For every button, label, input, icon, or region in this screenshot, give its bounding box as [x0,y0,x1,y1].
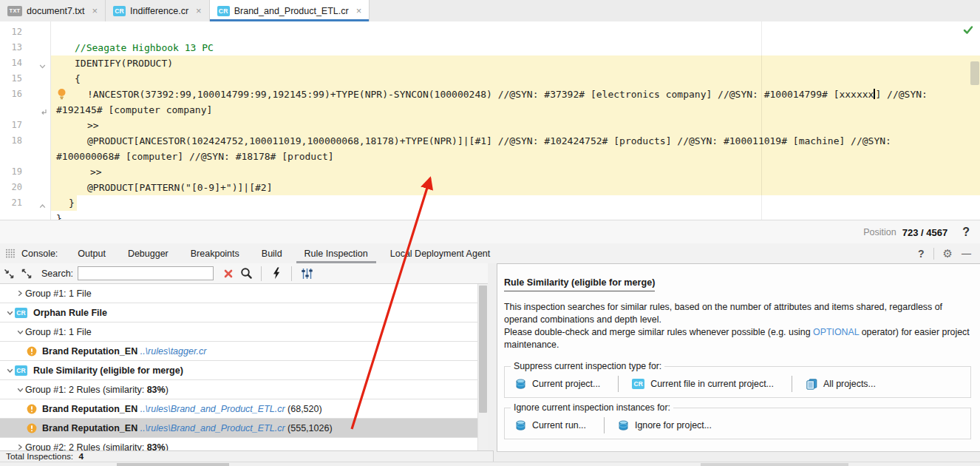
collapse-all-icon[interactable] [18,266,35,282]
console-tab-breakpoints[interactable]: Breakpoints [180,243,251,263]
file-path-link[interactable]: ..\rules\Brand_and_Product_ETL.cr [137,423,285,433]
close-icon[interactable]: × [356,6,362,16]
code-line[interactable]: 16!ANCESTOR(37392:99,100014799:99,192145… [0,87,980,102]
tree-row-label: 83% [147,385,166,395]
code-line[interactable]: #100000068# [computer] //@SYN: #18178# [… [0,149,980,164]
tree-row[interactable]: Brand Reputation_EN ..\rules\Brand_and_P… [0,419,488,438]
help-icon[interactable]: ? [962,226,970,239]
button-label: Current run... [532,420,586,430]
tree-row[interactable]: Brand Reputation_EN ..\rules\Brand_and_P… [0,399,488,419]
warning-icon [27,423,37,433]
editor-tab-document7-txt[interactable]: TXTdocument7.txt× [0,0,106,21]
line-number: 18 [0,133,22,149]
code-line[interactable]: 21} [0,195,980,211]
tree-row[interactable]: Group #1: 2 Rules (similarity: 83%) [0,380,488,399]
project-database-icon [515,379,526,390]
console-tab-bar: Console: OutputDebuggerBreakpointsBuildR… [0,243,980,264]
help-icon[interactable]: ? [918,248,925,260]
position-label: Position [863,227,896,237]
ide-window: TXTdocument7.txt×CRIndifference.cr×CRBra… [0,0,980,466]
tree-row[interactable]: Brand Reputation_EN ..\rules\tagger.cr [0,342,488,361]
tree-rows: Group #1: 1 FileCROrphan Rule FileGroup … [0,284,488,450]
button-label: Current file in current project... [650,379,774,389]
code-line[interactable]: 13//Seagate Highbook 13 PC [0,40,980,55]
all-projects-button[interactable]: All projects... [800,376,886,392]
search-icon[interactable] [237,266,255,282]
code-line[interactable]: 19>> [0,164,980,180]
cr-file-icon: CR [15,308,27,318]
code-text: >> [50,118,980,133]
code-line[interactable]: 12 [0,24,980,40]
code-text: #192145# [computer company] [50,102,980,118]
editor-scrollbar-thumb[interactable] [970,61,979,85]
code-line[interactable]: 18@PRODUCT[ANCESTOR(102424752,100011019,… [0,133,980,149]
chevron-right-icon[interactable] [15,443,25,450]
console-tab-build[interactable]: Build [251,243,293,263]
tree-row[interactable]: CRRule Similarity (eligible for merge) [0,361,488,380]
current-run-button[interactable]: Current run... [509,418,596,433]
console-tab-output[interactable]: Output [67,243,117,263]
gear-icon[interactable]: ⚙ [943,247,953,260]
tree-row[interactable]: Group #1: 1 File [0,323,488,342]
code-line[interactable]: #192145# [computer company] [0,102,980,118]
code-text: >> [50,164,980,180]
code-line[interactable]: 17>> [0,118,980,133]
editor-tab-indifference-cr[interactable]: CRIndifference.cr× [106,0,210,21]
code-lines: 1213//Seagate Highbook 13 PC14IDENTIFY(P… [0,24,980,220]
divider [291,266,292,281]
code-line[interactable]: 20@PRODUCT[PATTERN("[0-9]+")]|[#2] [0,180,980,195]
console-tab-rule-inspection[interactable]: Rule Inspection [293,243,379,263]
file-path-link[interactable]: ..\rules\tagger.cr [137,346,206,357]
search-input[interactable] [78,266,214,280]
editor-tab-brand-and-product-etl-cr[interactable]: CRBrand_and_Product_ETL.cr× [210,0,370,21]
chevron-down-icon[interactable] [4,367,15,374]
ignore-for-project-button[interactable]: Ignore for project... [612,418,722,433]
horizontal-scrollbar-thumb[interactable] [117,463,229,466]
current-file-in-current-project-button[interactable]: CRCurrent file in current project... [626,376,784,391]
chevron-down-icon[interactable] [15,386,25,394]
tree-row[interactable]: Group #1: 1 File [0,284,488,303]
code-line[interactable]: } [0,211,980,220]
chevron-down-icon[interactable] [15,328,25,336]
clear-search-icon[interactable] [220,266,237,282]
code-line[interactable]: 14IDENTIFY(PRODUCT) [0,55,980,71]
chevron-right-icon[interactable] [15,289,25,297]
close-icon[interactable]: × [196,6,202,16]
console-tab-local-deployment-agent[interactable]: Local Deployment Agent [379,243,502,263]
tree-row[interactable]: CROrphan Rule File [0,303,488,323]
filter-settings-icon[interactable] [298,266,316,282]
warning-icon [27,346,37,357]
divider [618,376,619,392]
inspection-results-tree: Group #1: 1 FileCROrphan Rule FileGroup … [0,284,488,450]
tree-row-label: Group #2: 2 Rules (similarity: [25,442,147,451]
code-editor[interactable]: 1213//Seagate Highbook 13 PC14IDENTIFY(P… [0,21,980,220]
minimize-icon[interactable]: — [962,248,971,259]
cr-file-icon: CR [217,6,230,16]
all-projects-icon [806,379,817,390]
chevron-down-icon[interactable] [4,309,15,317]
cr-file-icon: CR [632,379,644,389]
divider [933,248,934,260]
editor-tab-bar: TXTdocument7.txt×CRIndifference.cr×CRBra… [0,0,980,22]
tab-label: document7.txt [27,6,85,16]
tree-scrollbar[interactable] [477,284,488,450]
file-path-link[interactable]: ..\rules\Brand_and_Product_ETL.cr [137,404,285,414]
expand-all-icon[interactable] [0,266,18,282]
line-number: 12 [0,24,22,40]
tree-scrollbar-thumb[interactable] [479,286,487,413]
code-token: #100000068# [computer] //@SYN: #18178# [… [56,151,334,162]
console-tab-debugger[interactable]: Debugger [117,243,180,263]
run-inspection-icon[interactable] [268,266,285,282]
tab-label: Indifference.cr [130,6,188,16]
code-line[interactable]: 15{ [0,71,980,87]
inspection-details-panel: Rule Similarity (eligible for merge) Thi… [497,263,980,452]
code-text: } [50,195,980,211]
code-text: IDENTIFY(PRODUCT) [50,55,980,71]
current-project-button[interactable]: Current project... [509,376,610,392]
drag-grip-icon[interactable] [5,249,16,258]
console-tabs: OutputDebuggerBreakpointsBuildRule Inspe… [67,243,501,263]
close-icon[interactable]: × [92,6,98,16]
cr-file-icon: CR [113,6,126,16]
tree-row[interactable]: Group #2: 2 Rules (similarity: 83%) [0,438,488,450]
bottom-zone: Search: Group #1: 1 FileCROrphan Rule Fi… [0,263,980,466]
